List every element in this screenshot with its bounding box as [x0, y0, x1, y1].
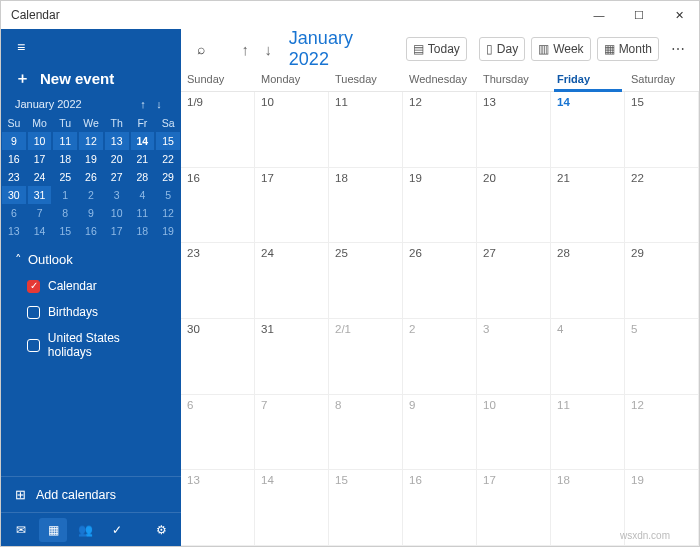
calendar-toggle[interactable]: Birthdays — [15, 299, 167, 325]
mini-day[interactable]: 10 — [27, 132, 53, 150]
mini-day[interactable]: 17 — [104, 222, 130, 240]
day-cell[interactable]: 6 — [181, 395, 255, 471]
view-month-button[interactable]: ▦ Month — [597, 37, 659, 61]
day-cell[interactable]: 9 — [403, 395, 477, 471]
day-cell[interactable]: 12 — [625, 395, 699, 471]
day-cell[interactable]: 20 — [477, 168, 551, 244]
prev-period-arrow[interactable]: ↑ — [237, 41, 254, 58]
minimize-button[interactable]: — — [579, 1, 619, 29]
day-cell[interactable]: 16 — [403, 470, 477, 546]
day-cell[interactable]: 7 — [255, 395, 329, 471]
mini-day[interactable]: 11 — [52, 132, 78, 150]
mini-day[interactable]: 7 — [27, 204, 53, 222]
mini-day[interactable]: 13 — [104, 132, 130, 150]
mini-day[interactable]: 9 — [78, 204, 104, 222]
view-day-button[interactable]: ▯ Day — [479, 37, 525, 61]
add-calendars-button[interactable]: ⊞ Add calendars — [1, 476, 181, 512]
day-cell[interactable]: 12 — [403, 92, 477, 168]
mini-day[interactable]: 17 — [27, 150, 53, 168]
mini-prev-arrow[interactable]: ↑ — [135, 98, 151, 110]
day-cell[interactable]: 24 — [255, 243, 329, 319]
day-cell[interactable]: 31 — [255, 319, 329, 395]
people-icon[interactable]: 👥 — [71, 518, 99, 542]
mini-day[interactable]: 16 — [1, 150, 27, 168]
mini-day[interactable]: 12 — [78, 132, 104, 150]
day-cell[interactable]: 18 — [551, 470, 625, 546]
mini-day[interactable]: 23 — [1, 168, 27, 186]
mini-day[interactable]: 22 — [155, 150, 181, 168]
day-cell[interactable]: 11 — [329, 92, 403, 168]
day-cell[interactable]: 21 — [551, 168, 625, 244]
calendar-icon[interactable]: ▦ — [39, 518, 67, 542]
day-cell[interactable]: 27 — [477, 243, 551, 319]
day-cell[interactable]: 17 — [477, 470, 551, 546]
day-cell[interactable]: 4 — [551, 319, 625, 395]
day-cell[interactable]: 10 — [477, 395, 551, 471]
day-cell[interactable]: 29 — [625, 243, 699, 319]
view-week-button[interactable]: ▥ Week — [531, 37, 590, 61]
mini-day[interactable]: 25 — [52, 168, 78, 186]
mini-day[interactable]: 11 — [130, 204, 156, 222]
mini-day[interactable]: 5 — [155, 186, 181, 204]
next-period-arrow[interactable]: ↓ — [260, 41, 277, 58]
day-cell[interactable]: 22 — [625, 168, 699, 244]
mini-day[interactable]: 14 — [27, 222, 53, 240]
day-cell[interactable]: 1/9 — [181, 92, 255, 168]
mini-day[interactable]: 15 — [155, 132, 181, 150]
day-cell[interactable]: 10 — [255, 92, 329, 168]
day-cell[interactable]: 13 — [181, 470, 255, 546]
settings-icon[interactable]: ⚙ — [147, 518, 175, 542]
mini-next-arrow[interactable]: ↓ — [151, 98, 167, 110]
today-button[interactable]: ▤ Today — [406, 37, 467, 61]
day-cell[interactable]: 5 — [625, 319, 699, 395]
mini-day[interactable]: 3 — [104, 186, 130, 204]
todo-icon[interactable]: ✓ — [103, 518, 131, 542]
day-cell[interactable]: 14 — [255, 470, 329, 546]
mini-day[interactable]: 19 — [155, 222, 181, 240]
mini-day[interactable]: 24 — [27, 168, 53, 186]
mini-day[interactable]: 19 — [78, 150, 104, 168]
day-cell[interactable]: 23 — [181, 243, 255, 319]
day-cell[interactable]: 19 — [625, 470, 699, 546]
day-cell[interactable]: 25 — [329, 243, 403, 319]
mini-day[interactable]: 6 — [1, 204, 27, 222]
mini-day[interactable]: 16 — [78, 222, 104, 240]
close-button[interactable]: ✕ — [659, 1, 699, 29]
calendar-toggle[interactable]: United States holidays — [15, 325, 167, 365]
more-menu-icon[interactable]: ⋯ — [665, 41, 691, 57]
mail-icon[interactable]: ✉ — [7, 518, 35, 542]
day-cell[interactable]: 30 — [181, 319, 255, 395]
day-cell[interactable]: 2 — [403, 319, 477, 395]
hamburger-icon[interactable]: ≡ — [17, 39, 25, 55]
mini-day[interactable]: 26 — [78, 168, 104, 186]
mini-day[interactable]: 15 — [52, 222, 78, 240]
day-cell[interactable]: 17 — [255, 168, 329, 244]
mini-day[interactable]: 12 — [155, 204, 181, 222]
mini-day[interactable]: 8 — [52, 204, 78, 222]
mini-day[interactable]: 29 — [155, 168, 181, 186]
mini-day[interactable]: 2 — [78, 186, 104, 204]
mini-day[interactable]: 13 — [1, 222, 27, 240]
new-event-button[interactable]: ＋ New event — [1, 65, 181, 98]
mini-day[interactable]: 10 — [104, 204, 130, 222]
mini-day[interactable]: 4 — [130, 186, 156, 204]
mini-day[interactable]: 30 — [1, 186, 27, 204]
mini-day[interactable]: 9 — [1, 132, 27, 150]
mini-day[interactable]: 28 — [130, 168, 156, 186]
day-cell[interactable]: 8 — [329, 395, 403, 471]
day-cell[interactable]: 3 — [477, 319, 551, 395]
day-cell[interactable]: 15 — [329, 470, 403, 546]
day-cell[interactable]: 2/1 — [329, 319, 403, 395]
mini-day[interactable]: 21 — [130, 150, 156, 168]
day-cell[interactable]: 16 — [181, 168, 255, 244]
current-month-label[interactable]: January 2022 — [283, 29, 388, 70]
day-cell[interactable]: 26 — [403, 243, 477, 319]
day-cell[interactable]: 13 — [477, 92, 551, 168]
mini-month-label[interactable]: January 2022 — [15, 98, 135, 110]
maximize-button[interactable]: ☐ — [619, 1, 659, 29]
mini-day[interactable]: 1 — [52, 186, 78, 204]
account-outlook-toggle[interactable]: ˄ Outlook — [15, 252, 167, 273]
mini-day[interactable]: 18 — [52, 150, 78, 168]
day-cell[interactable]: 15 — [625, 92, 699, 168]
mini-day[interactable]: 27 — [104, 168, 130, 186]
